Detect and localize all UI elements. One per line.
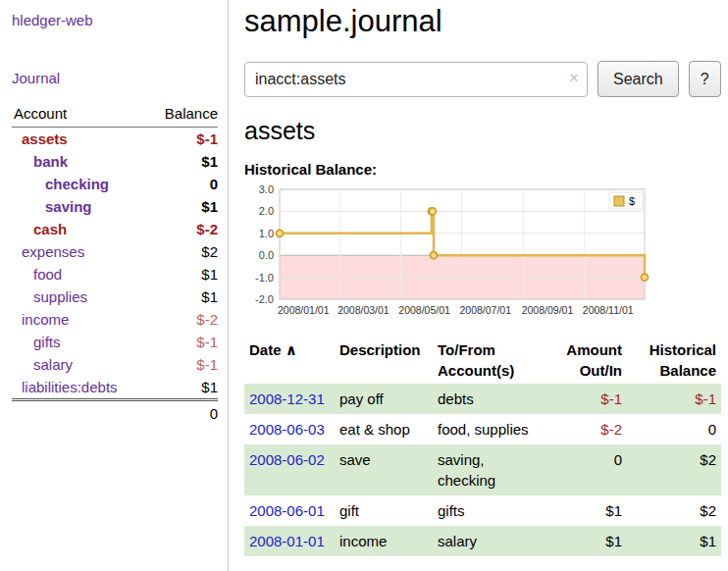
account-row: gifts $-1 bbox=[12, 331, 218, 353]
search-help-button[interactable]: ? bbox=[689, 61, 721, 97]
account-balance: $-1 bbox=[147, 331, 218, 353]
transaction-amount: $1 bbox=[543, 526, 627, 556]
register-header-balance: Historical Balance bbox=[627, 337, 721, 384]
register-row: 2008-06-03 eat & shop food, supplies $-2… bbox=[244, 414, 721, 444]
transaction-description: pay off bbox=[335, 384, 433, 414]
chart-point-marker bbox=[277, 230, 284, 236]
sidebar-item-journal[interactable]: Journal bbox=[12, 70, 218, 86]
account-row: food $1 bbox=[12, 263, 218, 286]
account-link-supplies[interactable]: supplies bbox=[33, 288, 87, 305]
account-link-income[interactable]: income bbox=[22, 311, 69, 328]
register-header-amount: Amount Out/In bbox=[543, 337, 627, 384]
accounts-total-row: 0 bbox=[12, 400, 218, 426]
chart-ytick-label: -2.0 bbox=[255, 293, 274, 305]
chart-xtick-label: 2008/09/01 bbox=[522, 304, 574, 316]
account-row: checking 0 bbox=[12, 173, 218, 195]
register-row: 2008-06-01 gift gifts $1 $2 bbox=[244, 495, 721, 526]
account-link-liabilities-debts[interactable]: liabilities:debts bbox=[22, 379, 118, 395]
search-bar: × Search ? bbox=[244, 61, 721, 97]
account-balance: $1 bbox=[147, 150, 218, 173]
chart-ytick-label: 2.0 bbox=[259, 205, 274, 217]
transaction-balance: $1 bbox=[627, 526, 721, 556]
account-row: cash $-2 bbox=[12, 218, 218, 240]
account-link-bank[interactable]: bank bbox=[33, 153, 68, 170]
transaction-date-link[interactable]: 2008-01-01 bbox=[249, 533, 325, 549]
historical-balance-chart: 3.02.01.00.0-1.0-2.02008/01/012008/03/01… bbox=[244, 183, 650, 319]
account-link-expenses[interactable]: expenses bbox=[22, 243, 84, 260]
transaction-accounts: debts bbox=[433, 384, 543, 414]
account-row: salary $-1 bbox=[12, 353, 218, 376]
transaction-accounts: saving, checking bbox=[433, 444, 543, 495]
transaction-date-link[interactable]: 2008-06-02 bbox=[249, 451, 325, 468]
account-balance: 0 bbox=[147, 173, 218, 195]
chart-point-marker bbox=[430, 252, 437, 259]
transaction-accounts: gifts bbox=[433, 495, 543, 526]
register-header-description: Description bbox=[335, 337, 433, 384]
search-box: × bbox=[244, 62, 588, 97]
account-link-cash[interactable]: cash bbox=[33, 221, 67, 237]
transaction-description: save bbox=[335, 444, 433, 495]
chart-ytick-label: 0.0 bbox=[259, 249, 274, 261]
sidebar: hledger-web Journal Account Balance asse… bbox=[0, 0, 229, 571]
transaction-balance: $2 bbox=[627, 444, 721, 495]
transaction-date-link[interactable]: 2008-06-03 bbox=[249, 421, 325, 438]
account-row: income $-2 bbox=[12, 308, 218, 331]
clear-search-icon[interactable]: × bbox=[569, 70, 579, 86]
accounts-header-account: Account bbox=[12, 102, 147, 128]
account-balance: $-2 bbox=[147, 218, 218, 240]
account-link-salary[interactable]: salary bbox=[33, 356, 73, 373]
account-link-food[interactable]: food bbox=[33, 266, 62, 283]
transaction-date-link[interactable]: 2008-12-31 bbox=[249, 390, 325, 407]
transaction-balance: $-1 bbox=[627, 384, 721, 414]
account-balance: $2 bbox=[147, 240, 218, 263]
register-header-accounts: To/From Account(s) bbox=[433, 337, 543, 384]
account-balance: $1 bbox=[147, 195, 218, 218]
chart-ytick-label: -1.0 bbox=[255, 272, 274, 284]
register-header-date[interactable]: Date ∧ bbox=[244, 337, 335, 384]
account-row: assets $-1 bbox=[12, 128, 218, 151]
transaction-amount: $1 bbox=[543, 495, 627, 526]
sort-ascending-icon: ∧ bbox=[286, 341, 297, 358]
chart-legend-swatch bbox=[614, 196, 624, 206]
transaction-amount: $-1 bbox=[543, 384, 627, 414]
account-balance: $-1 bbox=[147, 128, 218, 151]
chart-xtick-label: 2008/05/01 bbox=[398, 304, 450, 316]
accounts-total-balance: 0 bbox=[147, 400, 218, 426]
account-balance: $-1 bbox=[147, 353, 218, 376]
account-heading: assets bbox=[244, 117, 721, 145]
transaction-balance: 0 bbox=[627, 414, 721, 444]
register-row: 2008-01-01 income salary $1 $1 bbox=[244, 526, 721, 556]
account-balance: $1 bbox=[147, 263, 218, 286]
search-input[interactable] bbox=[244, 62, 588, 97]
chart-xtick-label: 2008/11/01 bbox=[583, 304, 634, 316]
chart-point-marker bbox=[429, 208, 436, 215]
accounts-table: Account Balance assets $-1 bank $1 check… bbox=[12, 102, 218, 425]
page-title: sample.journal bbox=[244, 4, 721, 39]
account-balance: $-2 bbox=[147, 308, 218, 331]
search-button[interactable]: Search bbox=[598, 61, 679, 97]
chart-ytick-label: 1.0 bbox=[259, 228, 274, 239]
account-link-assets[interactable]: assets bbox=[22, 130, 68, 147]
account-link-saving[interactable]: saving bbox=[45, 198, 92, 215]
chart-heading: Historical Balance: bbox=[244, 161, 721, 178]
transaction-accounts: food, supplies bbox=[433, 414, 543, 444]
account-link-gifts[interactable]: gifts bbox=[33, 334, 61, 350]
chart-xtick-label: 2008/03/01 bbox=[338, 304, 390, 316]
accounts-header-row: Account Balance bbox=[12, 102, 218, 128]
register-header-row: Date ∧ Description To/From Account(s) Am… bbox=[244, 337, 721, 384]
chart-xtick-label: 2008/01/01 bbox=[278, 304, 330, 316]
account-row: liabilities:debts $1 bbox=[12, 376, 218, 400]
chart-xtick-label: 2008/07/01 bbox=[459, 304, 511, 316]
main-content: sample.journal × Search ? assets Histori… bbox=[229, 0, 728, 571]
register-table: Date ∧ Description To/From Account(s) Am… bbox=[244, 337, 721, 556]
chart-legend-label: $ bbox=[629, 195, 635, 207]
account-link-checking[interactable]: checking bbox=[45, 176, 109, 192]
transaction-date-link[interactable]: 2008-06-01 bbox=[249, 502, 325, 519]
transaction-balance: $2 bbox=[627, 495, 721, 526]
transaction-description: eat & shop bbox=[335, 414, 433, 444]
transaction-amount: $-2 bbox=[543, 414, 627, 444]
register-row: 2008-12-31 pay off debts $-1 $-1 bbox=[244, 384, 721, 414]
transaction-description: gift bbox=[335, 495, 433, 526]
account-row: bank $1 bbox=[12, 150, 218, 173]
app-title-link[interactable]: hledger-web bbox=[12, 12, 218, 28]
